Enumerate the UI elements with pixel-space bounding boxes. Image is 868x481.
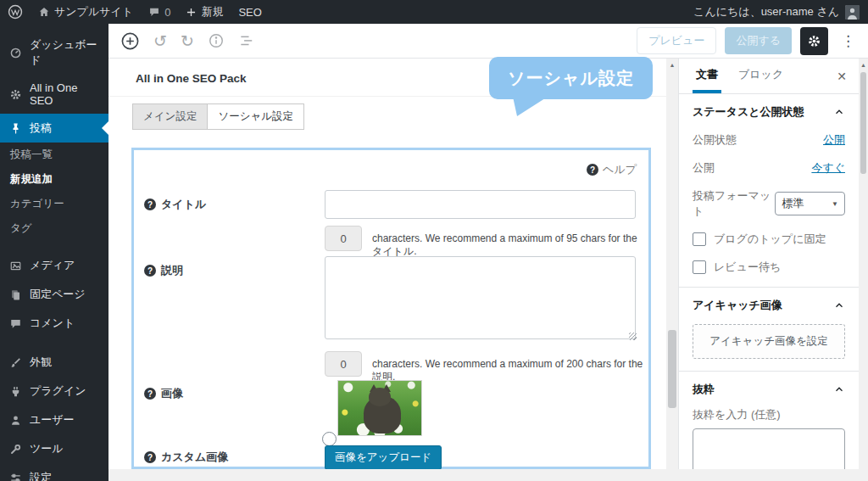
comments-icon (8, 317, 22, 330)
visibility-row: 公開状態 公開 (693, 132, 845, 148)
list-view-button[interactable] (238, 32, 255, 49)
sidebar-item-label: 投稿 (30, 120, 52, 136)
sidebar-item-label: プラグイン (30, 383, 86, 399)
user-avatar[interactable] (845, 5, 860, 20)
redo-button[interactable]: ↻ (181, 33, 194, 49)
tab-document[interactable]: 文書 (693, 59, 721, 93)
appearance-brush-icon (8, 356, 22, 369)
set-featured-image-button[interactable]: アイキャッチ画像を設定 (693, 324, 845, 359)
info-button[interactable] (208, 32, 225, 49)
options-menu-button[interactable]: ⋮ (837, 32, 860, 50)
question-icon[interactable]: ? (144, 388, 156, 400)
sidebar-item-label: 設定 (30, 470, 52, 481)
sidebar-item-media[interactable]: メディア (0, 251, 108, 280)
social-settings-panel: ? ヘルプ ? タイトル 0 characters. We recommend … (131, 148, 651, 469)
publish-link[interactable]: 今すぐ (811, 160, 845, 176)
tab-social-settings[interactable]: ソーシャル設定 (207, 103, 304, 130)
upload-image-button[interactable]: 画像をアップロード (325, 445, 442, 469)
content-scrollbar[interactable]: ▲ (666, 59, 678, 469)
site-menu[interactable]: サンプルサイト (31, 0, 141, 24)
sidebar-item-comments[interactable]: コメント (0, 309, 108, 338)
greeting-text[interactable]: こんにちは、user-name さん (693, 4, 839, 20)
chevron-down-icon: ▼ (832, 200, 838, 208)
sidebar-item-label: メディア (30, 258, 75, 273)
chevron-up-icon (833, 299, 845, 311)
social-title-label: ? タイトル (144, 197, 206, 212)
sidebar-item-add-new[interactable]: 新規追加 (0, 167, 108, 192)
gear-icon (8, 88, 22, 101)
help-link[interactable]: ? ヘルプ (587, 162, 637, 177)
excerpt-textarea[interactable] (693, 428, 845, 469)
pin-icon (8, 122, 22, 135)
sidebar-item-settings[interactable]: 設定 (0, 463, 108, 481)
seo-menu-item[interactable]: SEO (231, 0, 269, 24)
undo-button[interactable]: ↺ (153, 33, 167, 49)
pending-checkbox-row: レビュー待ち (693, 260, 845, 275)
tab-block[interactable]: ブロック (735, 59, 787, 93)
media-icon (8, 260, 22, 272)
tab-main-settings[interactable]: メイン設定 (132, 103, 207, 130)
resize-handle[interactable] (629, 333, 637, 340)
sidebar-item-label: All in One SEO (30, 81, 100, 107)
new-content-menu[interactable]: 新規 (178, 0, 231, 24)
visibility-label: 公開状態 (693, 132, 737, 148)
question-icon[interactable]: ? (144, 265, 156, 277)
sidebar-item-users[interactable]: ユーザー (0, 405, 108, 434)
settings-gear-button[interactable] (800, 27, 828, 55)
status-section-header[interactable]: ステータスと公開状態 (693, 104, 845, 120)
close-sidebar-button[interactable]: ✕ (825, 70, 859, 83)
post-format-select[interactable]: 標準 ▼ (775, 192, 845, 215)
sidebar-item-label: ユーザー (30, 412, 75, 428)
wordpress-logo-icon (8, 4, 23, 20)
sidebar-item-tags[interactable]: タグ (0, 216, 108, 241)
sidebar-item-label: 外観 (30, 355, 52, 370)
scroll-up-arrow[interactable]: ▲ (859, 62, 868, 68)
plugin-icon (8, 385, 22, 398)
sidebar-item-dashboard[interactable]: ダッシュボード (0, 31, 108, 75)
sidebar-item-aioseo[interactable]: All in One SEO (0, 75, 108, 114)
featured-cat-image[interactable] (337, 380, 422, 436)
excerpt-section: 抜粋 抜粋を入力 (任意) 手動抜粋の詳細 (679, 372, 859, 469)
sidebar-item-posts[interactable]: 投稿 (0, 114, 108, 143)
sticky-checkbox-row: ブログのトップに固定 (693, 232, 845, 247)
visibility-link[interactable]: 公開 (823, 132, 845, 148)
sidebar-item-post-list[interactable]: 投稿一覧 (0, 143, 108, 167)
sidebar-item-plugins[interactable]: プラグイン (0, 377, 108, 405)
post-format-row: 投稿フォーマット 標準 ▼ (693, 188, 845, 219)
sticky-label: ブログのトップに固定 (714, 232, 826, 247)
preview-button[interactable]: プレビュー (637, 27, 716, 54)
image-radio[interactable] (322, 432, 337, 446)
question-icon[interactable]: ? (144, 451, 156, 463)
image-choice (325, 380, 435, 441)
publish-button[interactable]: 公開する (725, 27, 792, 54)
question-icon: ? (587, 164, 598, 176)
comments-indicator[interactable]: 0 (141, 0, 178, 24)
sticky-checkbox[interactable] (693, 232, 706, 246)
pending-review-checkbox[interactable] (693, 260, 706, 274)
scroll-thumb[interactable] (860, 72, 866, 174)
status-section: ステータスと公開状態 公開状態 公開 公開 今すぐ 投稿フォーマット 標準 ▼ … (679, 94, 859, 288)
social-title-input[interactable] (325, 190, 636, 219)
featured-image-section-header[interactable]: アイキャッチ画像 (693, 298, 845, 313)
pages-icon (8, 288, 22, 301)
sidebar-item-pages[interactable]: 固定ページ (0, 280, 108, 309)
add-block-button[interactable] (120, 31, 140, 51)
scroll-thumb[interactable] (668, 330, 676, 408)
scroll-up-arrow[interactable]: ▲ (666, 62, 678, 68)
comment-count: 0 (164, 6, 170, 19)
question-icon[interactable]: ? (144, 199, 156, 210)
excerpt-input-label: 抜粋を入力 (任意) (693, 407, 845, 422)
title-char-hint: characters. We recommend a maximum of 95… (372, 232, 648, 259)
sidebar-item-categories[interactable]: カテゴリー (0, 192, 108, 216)
sidebar-item-label: ツール (30, 441, 64, 456)
redo-icon: ↻ (181, 32, 194, 50)
publish-row: 公開 今すぐ (693, 160, 845, 176)
sidebar-item-appearance[interactable]: 外観 (0, 348, 108, 377)
wp-logo-menu[interactable] (0, 0, 31, 24)
social-description-textarea[interactable] (325, 256, 636, 339)
sidebar-item-tools[interactable]: ツール (0, 434, 108, 463)
excerpt-section-header[interactable]: 抜粋 (693, 382, 845, 397)
sidebar-scrollbar[interactable]: ▲ (859, 59, 868, 469)
chevron-up-icon (833, 106, 845, 118)
new-label: 新規 (201, 4, 223, 20)
